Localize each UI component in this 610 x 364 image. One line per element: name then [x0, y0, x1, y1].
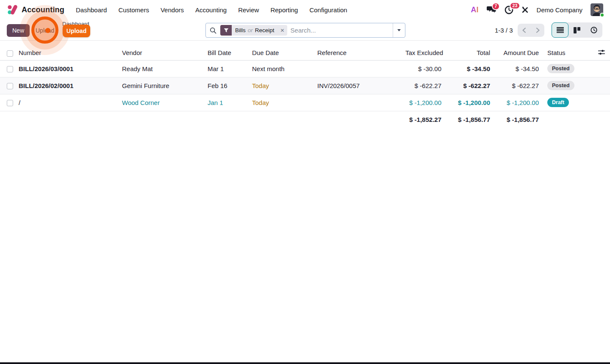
cell-bill-date[interactable]: Mar 1 [206, 60, 250, 77]
search-dropdown-toggle[interactable] [393, 23, 405, 37]
facet-values: BillsorReceipt [232, 27, 278, 33]
messages-count-badge: 7 [492, 3, 500, 10]
facet-remove-button[interactable]: ✕ [278, 25, 287, 36]
cell-vendor[interactable]: Wood Corner [120, 94, 206, 111]
table-row[interactable]: BILL/2026/03/0001 Ready Mat Mar 1 Next m… [0, 60, 610, 77]
cell-due-date[interactable]: Today [250, 94, 316, 111]
ai-assistant-icon[interactable]: AI [471, 6, 479, 14]
search-icon [210, 27, 216, 34]
column-header-tax-excluded[interactable]: Tax Excluded [405, 46, 448, 60]
pager-previous-button[interactable] [518, 24, 531, 37]
cell-vendor[interactable]: Gemini Furniture [120, 77, 206, 94]
sliders-icon [598, 50, 605, 55]
table-header-row: Number Vendor Bill Date Due Date Referen… [0, 46, 610, 60]
cell-number[interactable]: / [17, 94, 120, 111]
top-navbar: Accounting Dashboard Customers Vendors A… [0, 0, 610, 19]
column-header-number[interactable]: Number [17, 46, 120, 60]
cell-tax-excluded[interactable]: $ -1,200.00 [405, 94, 448, 111]
activity-view-button[interactable] [585, 22, 602, 38]
footer-tax-excluded-sum: $ -1,852.27 [405, 111, 448, 128]
menu-item-reporting[interactable]: Reporting [270, 6, 298, 14]
facet-value-receipt: Receipt [255, 27, 274, 33]
column-header-due-date[interactable]: Due Date [250, 46, 316, 60]
row-checkbox[interactable] [7, 66, 13, 72]
pager-range: 1-3 / 3 [495, 19, 513, 41]
upload-button[interactable]: Upload [33, 24, 57, 37]
cell-reference[interactable]: INV/2026/0057 [316, 77, 405, 94]
cell-due-date[interactable]: Next month [250, 60, 316, 77]
cell-tax-excluded[interactable]: $ -30.00 [405, 60, 448, 77]
window-bottom-edge [0, 362, 610, 364]
table-row[interactable]: / Wood Corner Jan 1 Today $ -1,200.00 $ … [0, 94, 610, 111]
cell-amount-due[interactable]: $ -34.50 [497, 60, 546, 77]
cell-reference[interactable] [316, 60, 405, 77]
menu-item-vendors[interactable]: Vendors [161, 6, 184, 14]
kanban-view-button[interactable] [568, 22, 585, 38]
column-options-button[interactable] [593, 46, 610, 60]
list-view-button[interactable] [552, 22, 568, 38]
tools-icon[interactable] [521, 6, 529, 14]
cell-amount-due[interactable]: $ -1,200.00 [497, 94, 546, 111]
facet-separator: or [248, 27, 253, 33]
app-logo-icon[interactable] [7, 4, 18, 15]
chevron-down-icon [397, 29, 401, 31]
column-header-total[interactable]: Total [448, 46, 497, 60]
online-status-dot [600, 13, 604, 17]
app-name[interactable]: Accounting [22, 6, 64, 14]
column-header-status[interactable]: Status [546, 46, 593, 60]
list-view-icon [557, 27, 564, 33]
new-button[interactable]: New [7, 24, 30, 37]
column-header-reference[interactable]: Reference [316, 46, 405, 60]
cell-total[interactable]: $ -1,200.00 [448, 94, 497, 111]
table-row[interactable]: BILL/2026/02/0001 Gemini Furniture Feb 1… [0, 77, 610, 94]
status-badge: Draft [547, 98, 569, 108]
status-badge: Posted [547, 81, 574, 91]
column-header-bill-date[interactable]: Bill Date [206, 46, 250, 60]
cell-bill-date[interactable]: Jan 1 [206, 94, 250, 111]
user-avatar[interactable] [591, 3, 603, 16]
menu-item-accounting[interactable]: Accounting [195, 6, 227, 14]
column-header-vendor[interactable]: Vendor [120, 46, 206, 60]
activity-view-icon [591, 27, 597, 33]
search-input[interactable] [287, 27, 393, 34]
upload-tooltip-button[interactable]: Upload [63, 25, 90, 37]
row-checkbox[interactable] [7, 83, 13, 89]
row-checkbox[interactable] [7, 100, 13, 106]
chevron-left-icon [522, 28, 527, 33]
menu-item-review[interactable]: Review [238, 6, 259, 14]
control-panel: New Upload Dashboard Bills⚙ Upload Bills… [0, 19, 610, 41]
search-bar[interactable]: BillsorReceipt ✕ [205, 23, 405, 38]
cell-status[interactable]: Draft [546, 94, 593, 111]
cell-number[interactable]: BILL/2026/02/0001 [17, 77, 120, 94]
cell-amount-due[interactable]: $ -622.27 [497, 77, 546, 94]
cell-tax-excluded[interactable]: $ -622.27 [405, 77, 448, 94]
cell-bill-date[interactable]: Feb 16 [206, 77, 250, 94]
menu-item-configuration[interactable]: Configuration [309, 6, 347, 14]
menu-item-customers[interactable]: Customers [118, 6, 149, 14]
cell-vendor[interactable]: Ready Mat [120, 60, 206, 77]
kanban-view-icon [574, 27, 580, 33]
cell-reference[interactable] [316, 94, 405, 111]
main-menu: Dashboard Customers Vendors Accounting R… [76, 6, 347, 14]
menu-item-dashboard[interactable]: Dashboard [76, 6, 107, 14]
search-filter-facet: BillsorReceipt ✕ [220, 25, 287, 36]
cell-number[interactable]: BILL/2026/03/0001 [17, 60, 120, 77]
pager [518, 24, 544, 37]
activities-count-badge: 23 [510, 2, 521, 10]
bills-list-table: Number Vendor Bill Date Due Date Referen… [0, 46, 610, 128]
cell-status[interactable]: Posted [546, 60, 593, 77]
company-switcher[interactable]: Demo Company [537, 6, 582, 14]
footer-total-sum: $ -1,856.77 [448, 111, 497, 128]
activities-button[interactable]: 23 [505, 6, 513, 14]
pager-next-button[interactable] [531, 24, 545, 37]
facet-value-bills: Bills [235, 27, 246, 33]
messages-button[interactable]: 7 [487, 6, 496, 14]
footer-amount-due-sum: $ -1,856.77 [497, 111, 546, 128]
cell-total[interactable]: $ -34.50 [448, 60, 497, 77]
cell-total[interactable]: $ -622.27 [448, 77, 497, 94]
cell-due-date[interactable]: Today [250, 77, 316, 94]
cell-status[interactable]: Posted [546, 77, 593, 94]
column-header-amount-due[interactable]: Amount Due [497, 46, 546, 60]
select-all-checkbox[interactable] [7, 50, 13, 57]
topbar-right: AI 7 23 Demo Company [471, 3, 603, 16]
